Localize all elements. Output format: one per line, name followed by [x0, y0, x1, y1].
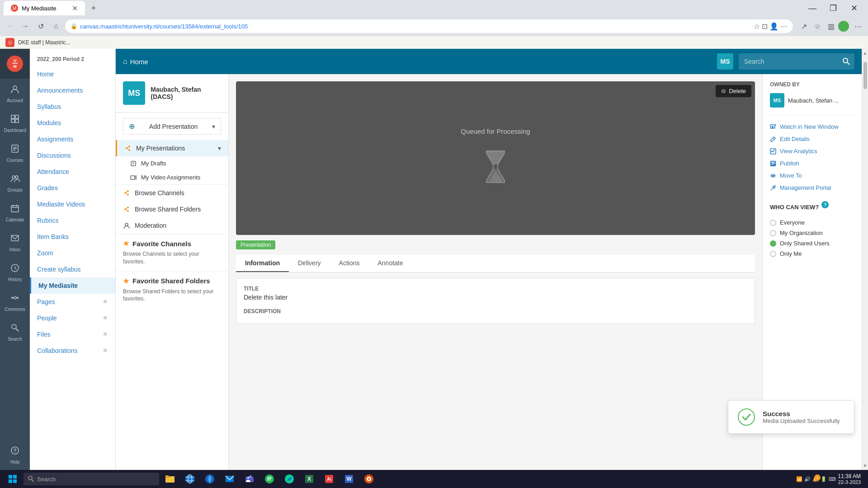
edit-icon [770, 136, 776, 142]
collaborations-visibility-icon[interactable]: 👁 [103, 347, 108, 354]
course-nav-assignments[interactable]: Assignments [30, 131, 115, 147]
tab-delivery[interactable]: Delivery [289, 255, 330, 272]
course-nav-syllabus[interactable]: Syllabus [30, 99, 115, 115]
user-profile-icon[interactable] [838, 21, 849, 32]
files-visibility-icon[interactable]: 👁 [103, 331, 108, 338]
radio-only-me[interactable] [770, 251, 776, 257]
back-button[interactable]: ← [4, 20, 16, 33]
course-nav-create-syllabus[interactable]: Create syllabus [30, 261, 115, 277]
sidebar-item-history[interactable]: History [0, 258, 30, 287]
publish-link[interactable]: Publish [770, 157, 854, 169]
sidebar-item-courses[interactable]: Courses [0, 138, 30, 168]
move-to-link[interactable]: Move To [770, 169, 854, 182]
sidebar-item-dashboard[interactable]: Dashboard [0, 108, 30, 138]
home-button[interactable]: ⌂ [50, 20, 62, 33]
address-input[interactable]: 🔒 canvas.maastrichtuniversity.nl/courses… [65, 19, 793, 33]
radio-everyone[interactable] [770, 220, 776, 226]
ms-nav-video-assignments[interactable]: My Video Assignments [116, 170, 228, 184]
course-nav-people[interactable]: People 👁 [30, 310, 115, 326]
ms-search-bar[interactable] [739, 53, 854, 70]
sidebar-item-groups[interactable]: Groups [0, 168, 30, 198]
sidebar-item-commons[interactable]: Commons [0, 287, 30, 317]
collections-icon[interactable]: ▥ [825, 20, 837, 33]
management-portal-link[interactable]: Management Portal [770, 182, 854, 194]
tab-information[interactable]: Information [236, 255, 289, 272]
course-nav-rubrics[interactable]: Rubrics [30, 212, 115, 229]
scroll-up-button[interactable]: ▲ [863, 51, 868, 56]
add-presentation-button[interactable]: ⊕ Add Presentation ▾ [123, 118, 221, 135]
ms-search-button[interactable] [838, 53, 854, 70]
calendar-icon [10, 203, 20, 216]
ms-home-link[interactable]: ⌂ Home [123, 57, 148, 66]
sidebar-item-search[interactable]: Search [0, 317, 30, 347]
edit-details-link[interactable]: Edit Details [770, 133, 854, 145]
favorite-shared-folders-section: ★ Favorite Shared Folders Browse Shared … [116, 271, 228, 309]
ms-main-area: Queued for Processing [229, 74, 762, 470]
ms-nav-browse-shared-folders[interactable]: Browse Shared Folders [116, 201, 228, 217]
maximize-button[interactable]: ❐ [823, 0, 844, 16]
course-nav-my-mediasite[interactable]: My Mediasite [30, 277, 115, 294]
bookmark-icon[interactable]: ☆ [754, 22, 760, 31]
delete-button[interactable]: ⊖ Delete [716, 85, 751, 97]
ms-nav-my-presentations[interactable]: My Presentations ▾ [116, 140, 228, 156]
right-scrollbar[interactable]: ▲ ▼ [862, 49, 868, 470]
sidebar-item-inbox[interactable]: Inbox [0, 228, 30, 258]
move-to-link-label: Move To [780, 172, 802, 179]
tab-search-icon[interactable]: ⊡ [762, 22, 768, 31]
sidebar-item-calendar[interactable]: Calendar [0, 198, 30, 228]
favorite-icon[interactable]: ☆ [811, 20, 824, 33]
course-nav-pages[interactable]: Pages 👁 [30, 294, 115, 310]
favorite-folders-title: ★ Favorite Shared Folders [123, 277, 221, 285]
ms-search-input[interactable] [739, 55, 838, 68]
view-option-my-organization[interactable]: My Organization [770, 228, 854, 238]
forward-button[interactable]: → [19, 20, 32, 33]
sidebar-item-account[interactable]: Account [0, 79, 30, 108]
ms-nav-browse-channels[interactable]: Browse Channels [116, 185, 228, 201]
watch-new-window-link[interactable]: Watch in New Window [770, 121, 854, 133]
view-option-only-shared[interactable]: Only Shared Users [770, 238, 854, 249]
course-nav-item-banks[interactable]: Item Banks [30, 229, 115, 245]
tab-actions[interactable]: Actions [330, 255, 369, 272]
course-nav-modules[interactable]: Modules [30, 115, 115, 131]
profile-icon[interactable]: 👤 [769, 22, 778, 31]
sidebar-item-help[interactable]: ? Help [0, 440, 30, 470]
scroll-down-button[interactable]: ▼ [863, 463, 868, 468]
ms-user-avatar[interactable]: MS [717, 53, 733, 70]
radio-only-shared[interactable] [770, 240, 776, 247]
ms-home-label: Home [130, 58, 148, 66]
analytics-link-label: View Analytics [780, 148, 817, 155]
course-nav-discussions[interactable]: Discussions [30, 147, 115, 164]
calendar-label: Calendar [6, 217, 24, 222]
owned-by-label: OWNED BY [770, 81, 854, 88]
course-nav-attendance[interactable]: Attendance [30, 164, 115, 180]
tab-annotate[interactable]: Annotate [369, 255, 412, 272]
menu-icon[interactable]: ⋯ [852, 20, 864, 33]
view-analytics-link[interactable]: View Analytics [770, 145, 854, 157]
radio-my-organization[interactable] [770, 230, 776, 236]
course-nav-collaborations[interactable]: Collaborations 👁 [30, 343, 115, 359]
canvas-logo[interactable]: U M [0, 49, 30, 79]
close-button[interactable]: ✕ [844, 0, 864, 16]
course-nav-mediasite[interactable]: Mediasite Videos [30, 196, 115, 212]
course-nav-announcements[interactable]: Announcements [30, 82, 115, 99]
refresh-button[interactable]: ↺ [34, 20, 47, 33]
tab-close-button[interactable]: ✕ [72, 4, 78, 13]
minimize-button[interactable]: — [802, 0, 823, 16]
my-drafts-label: My Drafts [141, 160, 166, 167]
ms-nav-my-drafts[interactable]: My Drafts [116, 156, 228, 170]
people-visibility-icon[interactable]: 👁 [103, 315, 108, 321]
view-option-everyone[interactable]: Everyone [770, 217, 854, 228]
course-nav-grades[interactable]: Grades [30, 180, 115, 196]
new-tab-button[interactable]: + [87, 1, 100, 15]
extend-icon[interactable]: ⋯ [780, 22, 788, 31]
ms-nav-moderation[interactable]: Moderation [116, 217, 228, 234]
course-nav-zoom[interactable]: Zoom [30, 245, 115, 261]
course-nav-home[interactable]: Home [30, 66, 115, 82]
only-shared-label: Only Shared Users [780, 240, 830, 247]
view-option-only-me[interactable]: Only Me [770, 249, 854, 259]
pages-visibility-icon[interactable]: 👁 [103, 299, 108, 305]
course-nav-files[interactable]: Files 👁 [30, 326, 115, 343]
share-icon[interactable]: ↗ [797, 20, 810, 33]
browser-active-tab[interactable]: M My Mediasite ✕ [4, 1, 85, 15]
who-can-view-help-icon[interactable]: ? [821, 201, 829, 208]
